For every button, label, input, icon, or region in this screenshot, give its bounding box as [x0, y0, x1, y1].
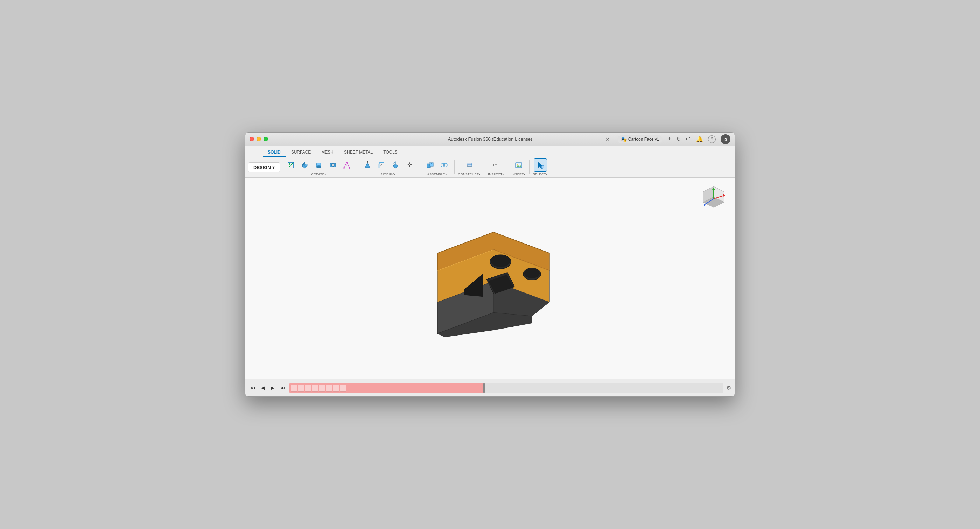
assemble-group-label: ASSEMBLE▾ — [427, 173, 447, 176]
timeline-settings-icon[interactable]: ⚙ — [726, 384, 731, 391]
design-button[interactable]: DESIGN ▾ — [248, 162, 280, 173]
timeline-marker-3 — [305, 384, 311, 391]
insert-buttons — [512, 159, 525, 172]
joint-button[interactable] — [438, 159, 451, 172]
construct-buttons — [463, 159, 476, 172]
timeline-back-button[interactable]: ◀ — [259, 384, 267, 392]
svg-point-10 — [317, 163, 321, 165]
measure-icon: mm — [492, 161, 500, 169]
timeline-marker-5 — [319, 384, 325, 391]
svg-marker-20 — [367, 161, 368, 162]
select-button[interactable] — [534, 159, 547, 172]
application-window: Autodesk Fusion 360 (Education License) … — [245, 132, 735, 397]
divider-2 — [420, 160, 420, 174]
timeline-start-button[interactable]: ⏮ — [249, 384, 257, 392]
create-group-label: CREATE▾ — [311, 173, 326, 176]
select-group-label: SELECT▾ — [533, 173, 548, 176]
svg-text:mm: mm — [495, 163, 498, 165]
loft-tool-button[interactable] — [340, 159, 353, 172]
move-icon: ✛ — [406, 161, 414, 169]
user-avatar[interactable]: IS — [721, 134, 730, 144]
shell-button[interactable] — [389, 159, 402, 172]
timeline-marker-2 — [298, 384, 304, 391]
toolbar-tabs: SOLID SURFACE MESH SHEET METAL TOOLS — [245, 146, 735, 157]
divider-1 — [357, 160, 357, 174]
svg-text:✛: ✛ — [407, 162, 412, 168]
timeline-thumb[interactable] — [484, 383, 485, 393]
joint-icon — [440, 161, 448, 169]
sketch-tool-button[interactable] — [284, 159, 298, 172]
divider-6 — [529, 160, 530, 174]
close-button[interactable] — [250, 137, 254, 141]
traffic-lights — [250, 137, 268, 141]
timeline-play-button[interactable]: ▶ — [269, 384, 277, 392]
tab-solid[interactable]: SOLID — [263, 148, 286, 157]
add-icon[interactable]: + — [667, 135, 671, 143]
sketch-icon — [287, 161, 295, 169]
svg-point-42 — [517, 164, 519, 165]
tab-mesh[interactable]: MESH — [317, 148, 339, 157]
svg-marker-6 — [305, 164, 307, 166]
insert-group-label: INSERT▾ — [512, 173, 526, 176]
loft-icon — [343, 161, 351, 169]
hole-tool-button[interactable] — [326, 159, 339, 172]
svg-point-9 — [317, 166, 321, 168]
create-buttons — [284, 159, 353, 172]
viewcube-svg — [700, 185, 728, 213]
select-group: SELECT▾ — [533, 159, 548, 176]
divider-3 — [454, 160, 455, 174]
tab-label[interactable]: 🎭 Cartoon Face v1 — [617, 135, 663, 143]
title-bar-actions: ✕ 🎭 Cartoon Face v1 + ↻ ⏱ 🔔 ? IS — [606, 134, 730, 144]
assemble-group: ASSEMBLE▾ — [423, 159, 451, 176]
svg-point-58 — [491, 255, 510, 267]
tab-surface[interactable]: SURFACE — [286, 148, 316, 157]
help-icon[interactable]: ? — [708, 135, 716, 143]
fillet-button[interactable] — [375, 159, 388, 172]
insert-image-button[interactable] — [512, 159, 525, 172]
viewport[interactable] — [245, 178, 735, 379]
design-chevron-icon: ▾ — [272, 165, 275, 170]
fillet-icon — [378, 161, 385, 169]
timeline: ⏮ ◀ ▶ ⏭ ⚙ — [245, 379, 735, 396]
tab-sheet-metal[interactable]: SHEET METAL — [339, 148, 378, 157]
svg-marker-22 — [393, 164, 398, 168]
svg-point-15 — [344, 167, 345, 168]
move-button[interactable]: ✛ — [403, 159, 416, 172]
timeline-forward-button[interactable]: ⏭ — [278, 384, 286, 392]
new-component-icon — [426, 161, 434, 169]
inspect-group-label: INSPECT▾ — [488, 173, 504, 176]
modify-group: ✛ MODIFY▾ — [361, 159, 416, 176]
new-component-button[interactable] — [423, 159, 437, 172]
cylinder-icon — [315, 161, 323, 169]
svg-point-14 — [346, 162, 348, 163]
insert-image-icon — [515, 161, 523, 169]
press-pull-button[interactable] — [361, 159, 374, 172]
viewcube[interactable] — [700, 185, 728, 213]
cylinder-tool-button[interactable] — [312, 159, 326, 172]
maximize-button[interactable] — [264, 137, 268, 141]
divider-5 — [508, 160, 508, 174]
measure-button[interactable]: mm — [490, 159, 503, 172]
minimize-button[interactable] — [256, 137, 261, 141]
offset-plane-button[interactable] — [463, 159, 476, 172]
timeline-marker-8 — [340, 384, 346, 391]
offset-plane-icon — [466, 161, 473, 169]
tab-tools[interactable]: TOOLS — [379, 148, 402, 157]
shell-icon — [391, 161, 399, 169]
box-tool-button[interactable] — [298, 159, 312, 172]
svg-marker-36 — [467, 163, 472, 165]
timeline-marker-4 — [312, 384, 318, 391]
model-svg — [399, 197, 581, 344]
construct-group-label: CONSTRUCT▾ — [458, 173, 481, 176]
modify-buttons: ✛ — [361, 159, 416, 172]
viewport-canvas — [245, 178, 735, 379]
assemble-buttons — [423, 159, 451, 172]
refresh-icon[interactable]: ↻ — [676, 136, 681, 142]
history-icon[interactable]: ⏱ — [686, 136, 691, 142]
bell-icon[interactable]: 🔔 — [696, 136, 703, 142]
modify-group-label: MODIFY▾ — [381, 173, 396, 176]
timeline-marker-6 — [326, 384, 332, 391]
3d-model — [399, 197, 581, 345]
timeline-track[interactable] — [290, 383, 724, 393]
close-tab-icon[interactable]: ✕ — [606, 137, 610, 142]
